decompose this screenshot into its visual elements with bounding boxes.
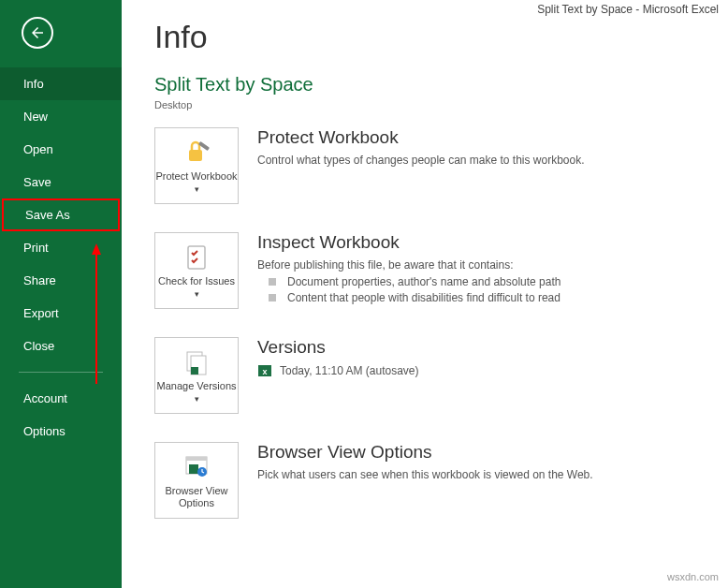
watermark: wsxdn.com (667, 571, 719, 582)
sidebar-item-close[interactable]: Close (0, 330, 122, 362)
list-item: Content that people with disabilities fi… (257, 291, 728, 304)
versions-icon (182, 346, 211, 376)
manage-versions-button[interactable]: Manage Versions ▾ (154, 337, 239, 414)
section-title: Inspect Workbook (257, 232, 728, 253)
bullet-icon (269, 278, 276, 286)
back-button[interactable] (22, 17, 53, 49)
browser-section: Browser View Options Browser View Option… (154, 442, 728, 519)
protect-section: Protect Workbook ▾ Protect Workbook Cont… (154, 127, 728, 204)
browser-view-button[interactable]: Browser View Options (154, 442, 239, 519)
svg-rect-7 (191, 367, 198, 375)
section-desc: Control what types of changes people can… (257, 154, 728, 167)
svg-rect-2 (189, 150, 202, 161)
sidebar-divider (19, 372, 103, 373)
section-desc: Pick what users can see when this workbo… (257, 468, 728, 481)
sidebar-item-options[interactable]: Options (0, 415, 122, 448)
svg-rect-11 (186, 457, 207, 461)
sidebar-item-print[interactable]: Print (0, 231, 122, 264)
section-desc: Before publishing this file, be aware th… (257, 258, 728, 272)
protect-workbook-button[interactable]: Protect Workbook ▾ (154, 127, 239, 204)
page-title: Info (154, 19, 728, 55)
tile-label: Browser View Options (155, 485, 238, 509)
lock-key-icon (182, 137, 211, 167)
svg-rect-4 (188, 246, 205, 269)
excel-file-icon: x (257, 363, 272, 378)
browser-view-icon (182, 451, 211, 481)
sidebar-item-share[interactable]: Share (0, 264, 122, 297)
main-content: Info Split Text by Space Desktop Protect… (122, 0, 728, 519)
check-issues-button[interactable]: Check for Issues ▾ (154, 232, 239, 309)
checklist-icon (182, 242, 211, 272)
tile-label: Manage Versions ▾ (155, 380, 238, 404)
document-title: Split Text by Space (154, 74, 728, 96)
back-arrow-icon (29, 24, 46, 41)
tile-label: Check for Issues ▾ (155, 275, 238, 300)
sidebar-item-info[interactable]: Info (0, 67, 122, 100)
section-title: Browser View Options (257, 442, 728, 463)
svg-text:x: x (262, 367, 267, 376)
backstage-sidebar: Info New Open Save Save As Print Share E… (0, 0, 122, 588)
sidebar-item-save[interactable]: Save (0, 166, 122, 198)
sidebar-menu: Info New Open Save Save As Print Share E… (0, 67, 122, 448)
section-title: Protect Workbook (257, 127, 728, 148)
section-title: Versions (257, 337, 728, 358)
bullet-icon (269, 294, 276, 301)
tile-label: Protect Workbook ▾ (155, 170, 238, 195)
list-item: Document properties, author's name and a… (257, 275, 728, 288)
window-title: Split Text by Space - Microsoft Excel (537, 3, 719, 16)
document-path: Desktop (154, 99, 728, 110)
inspect-bullets: Document properties, author's name and a… (257, 275, 728, 304)
sidebar-item-account[interactable]: Account (0, 382, 122, 415)
sidebar-item-open[interactable]: Open (0, 133, 122, 166)
sidebar-item-export[interactable]: Export (0, 297, 122, 330)
svg-rect-12 (189, 464, 198, 474)
inspect-section: Check for Issues ▾ Inspect Workbook Befo… (154, 232, 728, 309)
versions-section: Manage Versions ▾ Versions x Today, 11:1… (154, 337, 728, 414)
version-entry[interactable]: x Today, 11:10 AM (autosave) (257, 363, 728, 378)
sidebar-item-new[interactable]: New (0, 100, 122, 133)
sidebar-item-save-as[interactable]: Save As (2, 198, 120, 231)
